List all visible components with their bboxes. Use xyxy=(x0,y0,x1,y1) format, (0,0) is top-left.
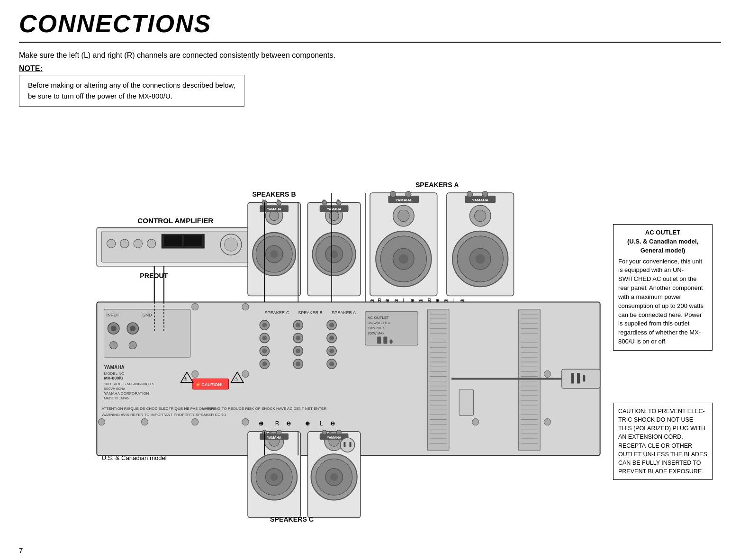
note-label: NOTE: xyxy=(19,64,721,73)
svg-point-56 xyxy=(296,335,300,340)
svg-text:⊕: ⊕ xyxy=(305,420,310,427)
svg-point-243 xyxy=(141,418,148,425)
svg-rect-76 xyxy=(383,336,387,343)
svg-text:⊖: ⊖ xyxy=(444,298,448,303)
svg-text:U.S. & Canadian model: U.S. & Canadian model xyxy=(101,454,166,461)
svg-point-246 xyxy=(472,418,479,425)
svg-text:SPEAKERS B: SPEAKERS B xyxy=(253,190,296,198)
note-box: Before making or altering any of the con… xyxy=(19,75,244,107)
svg-text:MODEL NO: MODEL NO xyxy=(104,371,124,376)
svg-text:GND: GND xyxy=(142,313,152,317)
svg-point-190 xyxy=(482,191,488,197)
svg-text:⊖: ⊖ xyxy=(286,420,291,427)
svg-text:YAMAHA: YAMAHA xyxy=(267,436,281,440)
svg-text:L: L xyxy=(403,298,406,303)
ac-outlet-title: AC OUTLET (U.S. & Canadian model, Genera… xyxy=(618,228,707,255)
diagram-area: CONTROL AMPLIFIER PREOUT INPUT xyxy=(19,115,721,523)
svg-text:YAMAHA: YAMAHA xyxy=(327,208,341,211)
svg-text:YAMAHA CORPORATION: YAMAHA CORPORATION xyxy=(104,391,149,396)
note-line2: be sure to turn off the power of the MX-… xyxy=(28,92,172,100)
caution-box: CAUTION: TO PREVENT ELEC-TRIC SHOCK DO N… xyxy=(613,403,713,480)
svg-text:500VA    60Hz: 500VA 60Hz xyxy=(104,387,125,391)
svg-text:⊖: ⊖ xyxy=(370,298,374,303)
svg-text:1000 VOLTS MX-800/WATTS: 1000 VOLTS MX-800/WATTS xyxy=(104,382,154,386)
svg-text:⊖: ⊖ xyxy=(322,199,325,202)
svg-point-45 xyxy=(262,323,267,327)
svg-point-16 xyxy=(111,325,117,331)
svg-rect-78 xyxy=(427,309,449,451)
svg-point-242 xyxy=(98,418,105,425)
svg-text:YAMAHA: YAMAHA xyxy=(267,208,281,211)
svg-point-145 xyxy=(271,250,278,258)
svg-rect-7 xyxy=(164,235,182,246)
svg-point-239 xyxy=(242,304,249,310)
svg-text:R: R xyxy=(275,420,280,427)
svg-rect-249 xyxy=(459,389,473,416)
svg-rect-136 xyxy=(562,369,600,388)
svg-rect-251 xyxy=(343,442,345,447)
svg-point-241 xyxy=(242,370,249,377)
svg-rect-75 xyxy=(377,336,381,343)
svg-rect-107 xyxy=(519,309,541,451)
svg-text:L: L xyxy=(320,420,323,427)
svg-point-218 xyxy=(330,473,338,481)
svg-rect-139 xyxy=(583,375,585,381)
svg-point-5 xyxy=(147,239,156,248)
svg-point-49 xyxy=(262,349,267,353)
svg-text:YAMAHA: YAMAHA xyxy=(104,365,125,370)
svg-text:⊕: ⊕ xyxy=(385,298,389,303)
svg-text:SPEAKERS A: SPEAKERS A xyxy=(415,181,459,189)
svg-point-54 xyxy=(296,323,300,327)
svg-point-250 xyxy=(340,438,354,452)
svg-point-69 xyxy=(329,361,334,366)
svg-point-238 xyxy=(192,304,199,310)
intro-text: Make sure the left (L) and right (R) cha… xyxy=(19,51,721,60)
svg-point-19 xyxy=(110,342,117,349)
svg-text:MADE IN JAPAN: MADE IN JAPAN xyxy=(104,397,129,400)
svg-point-2 xyxy=(107,239,116,248)
svg-point-3 xyxy=(120,239,129,248)
svg-point-20 xyxy=(129,342,136,349)
svg-text:⊖: ⊖ xyxy=(394,298,398,303)
svg-text:SPEAKER A: SPEAKER A xyxy=(332,310,356,315)
svg-text:⊕: ⊕ xyxy=(336,199,339,202)
svg-point-189 xyxy=(467,191,472,197)
svg-text:SPEAKERS C: SPEAKERS C xyxy=(270,515,314,523)
svg-point-63 xyxy=(329,323,334,327)
svg-point-65 xyxy=(329,335,334,340)
svg-text:AC OUTLET: AC OUTLET xyxy=(368,316,389,320)
svg-text:R: R xyxy=(427,298,431,303)
svg-point-175 xyxy=(398,210,409,221)
svg-text:SPEAKER C: SPEAKER C xyxy=(264,310,289,315)
svg-point-4 xyxy=(134,239,142,248)
svg-point-173 xyxy=(399,254,408,263)
svg-rect-252 xyxy=(349,442,351,447)
svg-point-67 xyxy=(329,349,334,353)
svg-text:⚠: ⚠ xyxy=(234,376,238,381)
note-line1: Before making or altering any of the con… xyxy=(28,81,235,89)
svg-text:⊖: ⊖ xyxy=(419,298,423,303)
page-title: CONNECTIONS xyxy=(19,9,721,38)
ac-outlet-box: AC OUTLET (U.S. & Canadian model, Genera… xyxy=(613,224,713,351)
svg-point-179 xyxy=(406,191,411,197)
svg-point-147 xyxy=(270,211,279,220)
svg-text:YAMAHA: YAMAHA xyxy=(472,198,488,202)
svg-point-247 xyxy=(544,370,550,377)
svg-point-245 xyxy=(242,418,249,425)
svg-point-240 xyxy=(192,370,199,377)
svg-text:⊕: ⊕ xyxy=(259,420,263,427)
svg-text:⊕: ⊕ xyxy=(460,298,464,303)
svg-text:⚠: ⚠ xyxy=(183,376,188,381)
svg-point-18 xyxy=(130,325,135,331)
svg-text:WARNING TO REDUCE RISK OF SHOC: WARNING TO REDUCE RISK OF SHOCK HAVE ACI… xyxy=(202,406,327,411)
svg-text:UNSWITCHED: UNSWITCHED xyxy=(368,321,390,325)
svg-point-186 xyxy=(475,210,486,221)
svg-point-248 xyxy=(544,418,550,425)
svg-text:120V 60Hz: 120V 60Hz xyxy=(368,326,384,330)
svg-point-161 xyxy=(329,211,339,220)
svg-text:R: R xyxy=(264,199,267,202)
svg-text:⊕: ⊕ xyxy=(410,298,415,303)
svg-text:⊖: ⊖ xyxy=(330,420,335,427)
svg-point-178 xyxy=(390,191,396,197)
svg-text:WARNING AVIS REFER TO IMPORTAN: WARNING AVIS REFER TO IMPORTANT PROPERTY… xyxy=(101,413,226,417)
